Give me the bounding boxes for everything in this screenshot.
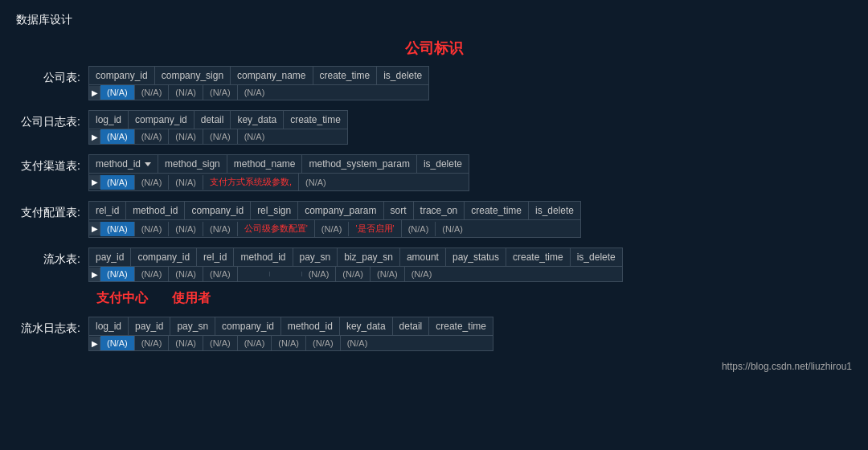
db-table: method_idmethod_signmethod_namemethod_sy… [88, 154, 469, 191]
table-cell: (N/A) [238, 85, 272, 100]
table-cell: (N/A) [272, 336, 306, 350]
table-cell: (N/A) [169, 267, 203, 281]
row-expand-icon[interactable]: ▶ [89, 86, 100, 100]
col-header: amount [400, 248, 446, 266]
table-cell: (N/A) [135, 129, 170, 144]
col-header: company_param [298, 202, 383, 219]
col-header: company_sign [155, 67, 231, 84]
col-header: key_data [340, 317, 393, 335]
db-table: log_idpay_idpay_sncompany_idmethod_idkey… [88, 317, 493, 351]
col-header: rel_id [89, 202, 126, 219]
table-cell: (N/A) [135, 267, 170, 281]
table-cell: (N/A) [100, 336, 135, 350]
table-row: ▶(N/A)(N/A)(N/A)(N/A)(N/A) [89, 85, 428, 100]
table-cell: (N/A) [402, 222, 436, 236]
col-header: rel_id [197, 248, 234, 266]
table-row: ▶(N/A)(N/A)(N/A)(N/A)(N/A)(N/A)(N/A)(N/A… [89, 336, 493, 350]
row-expand-icon[interactable]: ▶ [89, 175, 100, 189]
table-cell: (N/A) [341, 336, 375, 350]
table-section: 流水日志表:log_idpay_idpay_sncompany_idmethod… [16, 317, 852, 351]
table-cell: (N/A) [169, 336, 203, 350]
table-cell: (N/A) [203, 336, 238, 350]
table-section: 公司表:company_idcompany_signcompany_namecr… [16, 66, 852, 100]
table-cell: (N/A) [100, 175, 135, 190]
col-header: detail [194, 111, 231, 129]
table-cell: (N/A) [169, 85, 203, 100]
table-row: ▶(N/A)(N/A)(N/A)支付方式系统级参数,(N/A) [89, 174, 469, 190]
table-row: ▶(N/A)(N/A)(N/A)(N/A)公司级参数配置'(N/A)'是否启用'… [89, 220, 580, 237]
row-expand-icon[interactable]: ▶ [89, 268, 100, 281]
col-header: pay_id [129, 317, 170, 335]
col-header: pay_sn [170, 317, 215, 335]
col-header: key_data [231, 111, 284, 129]
col-header: rel_sign [251, 202, 298, 219]
table-cell: (N/A) [100, 267, 135, 281]
row-expand-icon[interactable]: ▶ [89, 130, 100, 144]
table-cell: (N/A) [336, 267, 371, 281]
table-cell: (N/A) [302, 267, 337, 281]
col-header: company_id [131, 248, 197, 266]
table-label: 支付配置表: [16, 201, 88, 220]
table-row: ▶(N/A)(N/A)(N/A)(N/A)(N/A)(N/A)(N/A)(N/A… [89, 267, 622, 281]
col-header: create_time [465, 202, 529, 219]
col-header: biz_pay_sn [338, 248, 400, 266]
table-cell: (N/A) [169, 175, 203, 190]
sort-arrow-icon [145, 162, 151, 166]
table-cell: (N/A) [405, 267, 439, 281]
inline-label: 使用者 [172, 290, 211, 307]
inline-label: 支付中心 [96, 290, 148, 307]
table-cell: (N/A) [238, 129, 272, 144]
col-header: method_id [234, 248, 293, 266]
col-header: detail [393, 317, 430, 335]
table-cell: (N/A) [203, 85, 238, 100]
col-header: trace_on [414, 202, 465, 219]
table-cell: (N/A) [299, 175, 333, 190]
row-expand-icon[interactable]: ▶ [89, 337, 100, 350]
col-header: method_sign [158, 155, 227, 173]
col-header: method_id [281, 317, 340, 335]
table-cell [270, 272, 302, 276]
col-header: company_id [129, 111, 194, 129]
table-cell: (N/A) [135, 85, 170, 100]
table-cell: (N/A) [203, 267, 238, 281]
table-cell: '是否启用' [349, 220, 401, 237]
table-cell [238, 272, 270, 276]
col-header: is_delete [529, 202, 580, 219]
db-table: log_idcompany_iddetailkey_datacreate_tim… [88, 110, 348, 145]
table-cell: 支付方式系统级参数, [203, 174, 299, 190]
table-label: 流水表: [16, 248, 88, 267]
col-header: is_delete [377, 67, 428, 84]
table-cell: (N/A) [203, 222, 238, 236]
table-cell: (N/A) [100, 222, 135, 236]
table-cell: (N/A) [100, 129, 135, 144]
col-header: is_delete [417, 155, 469, 173]
col-header: create_time [506, 248, 571, 266]
row-expand-icon[interactable]: ▶ [89, 222, 100, 235]
col-header: method_id [126, 202, 185, 219]
col-header: pay_sn [293, 248, 338, 266]
table-cell: 公司级参数配置' [238, 220, 315, 237]
footer-url: https://blog.csdn.net/liuzhirou1 [16, 361, 852, 372]
col-header: is_delete [571, 248, 622, 266]
table-cell: (N/A) [169, 222, 203, 236]
table-cell: (N/A) [135, 222, 170, 236]
col-header: pay_status [446, 248, 506, 266]
table-label: 支付渠道表: [16, 154, 88, 174]
table-cell: (N/A) [135, 175, 170, 190]
table-cell: (N/A) [306, 336, 341, 350]
table-cell: (N/A) [371, 267, 405, 281]
table-section: 支付配置表:rel_idmethod_idcompany_idrel_signc… [16, 201, 852, 238]
table-cell: (N/A) [238, 336, 272, 350]
table-label: 流水日志表: [16, 317, 88, 336]
db-table: rel_idmethod_idcompany_idrel_signcompany… [88, 201, 581, 238]
col-header: create_time [429, 317, 493, 335]
col-header: company_id [89, 67, 155, 84]
table-section: 公司日志表:log_idcompany_iddetailkey_datacrea… [16, 110, 852, 145]
db-table: company_idcompany_signcompany_namecreate… [88, 66, 429, 100]
table-section: 支付渠道表:method_idmethod_signmethod_namemet… [16, 154, 852, 191]
table-label: 公司日志表: [16, 110, 88, 129]
page-title: 数据库设计 [16, 13, 852, 27]
table-cell: (N/A) [436, 222, 469, 236]
db-table: pay_idcompany_idrel_idmethod_idpay_snbiz… [88, 248, 623, 282]
table-label: 公司表: [16, 66, 88, 85]
